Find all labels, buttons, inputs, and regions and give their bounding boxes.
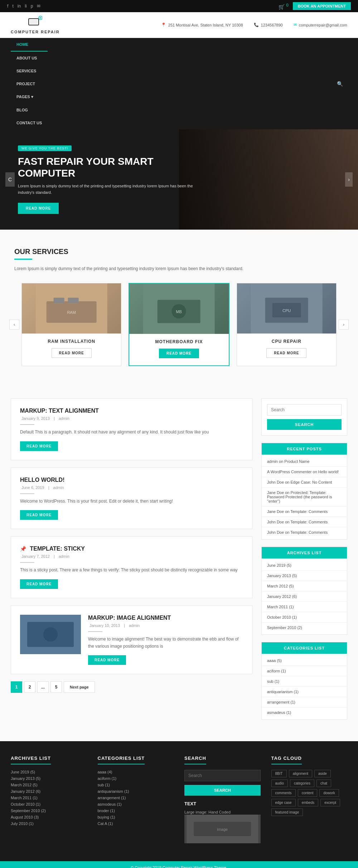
tag-aside[interactable]: aside [314, 770, 331, 777]
service-readmore-2[interactable]: READ MORE [159, 349, 199, 358]
footer-cat-7[interactable]: broder (1) [98, 809, 174, 813]
footer-archive-9[interactable]: July 2010 (1) [11, 821, 87, 826]
footer-search-button[interactable]: SEARCH [184, 785, 261, 796]
archive-4[interactable]: January 2012 (6) [262, 591, 347, 602]
services-next-button[interactable]: › [339, 320, 349, 330]
hero-next-button[interactable]: › [345, 172, 353, 187]
email-social-link[interactable]: ✉ [37, 4, 40, 9]
category-5[interactable]: arrangement (1) [262, 697, 347, 708]
nav-about[interactable]: ABOUT US [11, 52, 48, 64]
social-links[interactable]: f t in li p ✉ [7, 4, 43, 9]
tag-excerpt[interactable]: excerpt [320, 799, 340, 806]
archive-2[interactable]: January 2013 (5) [262, 571, 347, 581]
post-readmore-3[interactable]: READ MORE [20, 579, 58, 589]
category-2[interactable]: aciform (1) [262, 666, 347, 676]
footer-archive-1[interactable]: June 2019 (5) [11, 770, 87, 774]
book-appointment-button[interactable]: Book An Appointment [293, 2, 351, 10]
tag-alignment[interactable]: alignment [289, 770, 312, 777]
nav-contact[interactable]: CONTACT US [11, 116, 48, 129]
tag-comments[interactable]: comments [271, 789, 296, 797]
pinterest-link[interactable]: p [31, 4, 33, 9]
archive-5[interactable]: March 2011 (1) [262, 602, 347, 612]
hero-prev-button[interactable]: C [5, 172, 15, 187]
footer-cat-2[interactable]: aciform (1) [98, 776, 174, 781]
footer-cat-5[interactable]: arrangement (1) [98, 796, 174, 800]
footer-cat-1[interactable]: aaaa (4) [98, 770, 174, 774]
tag-8bit[interactable]: 8BIT [271, 770, 287, 777]
footer-archive-3[interactable]: March 2012 (5) [11, 783, 87, 787]
nav-pages[interactable]: PAGES ▾ [11, 90, 48, 104]
footer-cat-3[interactable]: sub (1) [98, 783, 174, 787]
post-meta-2: June 6, 2019 | admin [20, 485, 243, 490]
service-name-2: MOTHERBOARD FIX [129, 339, 228, 344]
recent-post-2[interactable]: A WordPress Commenter on Hello world! [262, 467, 347, 477]
footer-search-input[interactable] [184, 770, 261, 781]
hero-readmore-button[interactable]: READ MORE [18, 203, 59, 214]
logo-area[interactable]: COMPUTER REPAIR [11, 16, 60, 34]
category-4[interactable]: antiquarianism (1) [262, 687, 347, 697]
archive-1[interactable]: June 2019 (5) [262, 560, 347, 571]
blog-post-1: MARKUP: TEXT ALIGNMENT January 9, 2013 |… [11, 398, 252, 460]
recent-post-5[interactable]: Jane Doe on Template: Comments [262, 507, 347, 517]
recent-post-6[interactable]: John Doe on Template: Comments [262, 517, 347, 527]
footer-archive-2[interactable]: January 2013 (5) [11, 776, 87, 781]
archive-7[interactable]: September 2010 (2) [262, 623, 347, 633]
category-6[interactable]: asmadeus (1) [262, 708, 347, 718]
page-1-button[interactable]: 1 [11, 681, 22, 693]
category-3[interactable]: sub (1) [262, 676, 347, 687]
nav-project[interactable]: PROJECT [11, 77, 48, 90]
tag-categories[interactable]: categories [290, 780, 314, 787]
recent-post-7[interactable]: John Doe on Template: Comments [262, 527, 347, 537]
service-readmore-1[interactable]: READ MORE [52, 348, 92, 358]
tag-dowork[interactable]: dowork [319, 789, 339, 797]
nav-home[interactable]: HOME [11, 38, 48, 52]
phone-contact[interactable]: 📞 1234567890 [254, 23, 283, 27]
instagram-link[interactable]: in [18, 4, 21, 9]
facebook-link[interactable]: f [7, 4, 8, 9]
sidebar-search-button[interactable]: SEARCH [267, 419, 342, 430]
page-2-button[interactable]: 2 [24, 681, 35, 693]
footer-cat-8[interactable]: buying (1) [98, 815, 174, 819]
archive-6[interactable]: October 2010 (1) [262, 612, 347, 623]
footer-cat-9[interactable]: Cat A (1) [98, 821, 174, 826]
recent-post-4[interactable]: Jane Doe on Protected: Template: Passwor… [262, 488, 347, 507]
services-prev-button[interactable]: ‹ [9, 320, 19, 330]
hero-title: FAST REPAIR YOUR SMART COMPUTER [18, 155, 197, 179]
footer-archive-4[interactable]: January 2012 (6) [11, 789, 87, 793]
tag-chat[interactable]: chat [316, 780, 331, 787]
recent-post-3[interactable]: John Doe on Edge Case: No Content [262, 477, 347, 488]
cart-icon[interactable]: 🛒 0 [279, 3, 288, 10]
email-contact[interactable]: ✉ computerrepair@gmail.com [294, 23, 347, 27]
sidebar-search-input[interactable] [267, 404, 342, 416]
post-readmore-1[interactable]: READ MORE [20, 441, 58, 451]
post-excerpt-4: Welcome to image alignment! The best way… [88, 636, 243, 650]
footer-archive-5[interactable]: March 2011 (1) [11, 796, 87, 800]
category-1[interactable]: aaaa (5) [262, 656, 347, 666]
page-5-button[interactable]: 5 [50, 681, 62, 693]
post-readmore-4[interactable]: READ MORE [88, 655, 126, 665]
nav-search-icon[interactable]: 🔍 [333, 77, 347, 91]
footer-archive-6[interactable]: October 2010 (1) [11, 802, 87, 806]
twitter-link[interactable]: t [12, 4, 13, 9]
nav-services[interactable]: SERVICES [11, 64, 48, 77]
next-page-button[interactable]: Next page [64, 681, 95, 693]
tag-embeds[interactable]: embeds [298, 799, 319, 806]
footer-cat-6[interactable]: asmodeus (1) [98, 802, 174, 806]
tag-featured-image[interactable]: featured image [271, 809, 303, 816]
archive-3[interactable]: March 2012 (5) [262, 581, 347, 591]
svg-text:RAM: RAM [67, 310, 76, 315]
footer-archive-8[interactable]: August 2010 (3) [11, 815, 87, 819]
post-readmore-2[interactable]: READ MORE [20, 510, 58, 520]
phone-icon: 📞 [254, 23, 259, 27]
nav-blog[interactable]: BLOG [11, 104, 48, 116]
footer-archive-7[interactable]: September 2010 (2) [11, 809, 87, 813]
tag-content[interactable]: content [298, 789, 318, 797]
service-readmore-3[interactable]: READ MORE [266, 348, 306, 358]
logo-text: COMPUTER REPAIR [11, 30, 60, 34]
page-dots-button[interactable]: ... [37, 681, 49, 693]
tag-audio[interactable]: audio [271, 780, 288, 787]
footer-cat-4[interactable]: antiquarianism (1) [98, 789, 174, 793]
tag-edge-case[interactable]: edge case [271, 799, 296, 806]
recent-post-1[interactable]: admin on Product Name [262, 456, 347, 467]
linkedin-link[interactable]: li [25, 4, 26, 9]
